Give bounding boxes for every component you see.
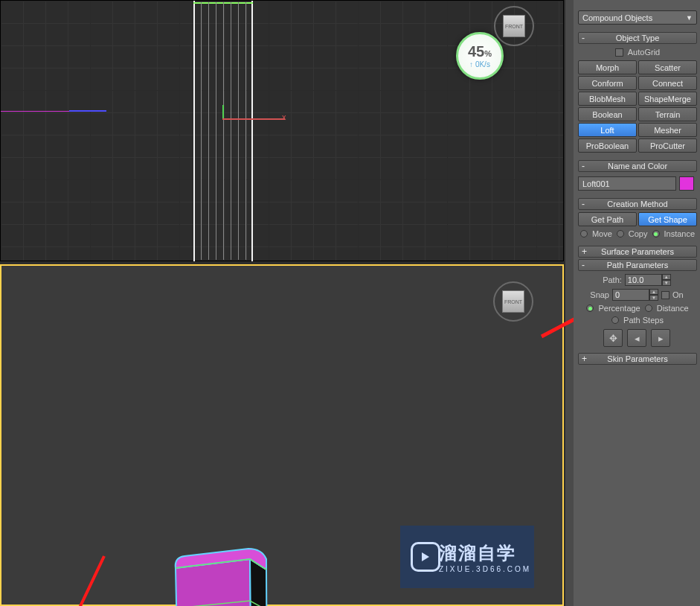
- annotation-arrow-1: [22, 549, 112, 606]
- terrain-button[interactable]: Terrain: [638, 107, 697, 121]
- percentage-label: Percentage: [598, 304, 640, 313]
- snap-value-input[interactable]: [612, 289, 649, 301]
- watermark: 溜溜自学 ZIXUE.3D66.COM: [400, 526, 534, 588]
- move-label: Move: [592, 229, 612, 238]
- rollout-object-type[interactable]: - Object Type: [578, 32, 697, 44]
- scatter-button[interactable]: Scatter: [638, 60, 697, 74]
- on-label: On: [672, 290, 684, 299]
- loft-button[interactable]: Loft: [578, 123, 637, 137]
- object-type-buttons: MorphScatterConformConnectBlobMeshShapeM…: [578, 60, 697, 153]
- collapse-icon: -: [582, 260, 585, 270]
- instance-radio[interactable]: [652, 230, 660, 237]
- path-spinner-arrows[interactable]: ▲▼: [662, 274, 671, 286]
- conform-button[interactable]: Conform: [578, 76, 637, 90]
- expand-icon: +: [582, 246, 587, 257]
- path-label: Path:: [603, 275, 622, 284]
- get-path-button[interactable]: Get Path: [578, 212, 637, 226]
- boolean-button[interactable]: Boolean: [578, 107, 637, 121]
- procutter-button[interactable]: ProCutter: [638, 138, 697, 153]
- rollout-path-params[interactable]: - Path Parameters: [578, 259, 697, 271]
- copy-label: Copy: [629, 229, 648, 238]
- dropdown-value: Compound Objects: [582, 13, 652, 22]
- rollout-title: Name and Color: [608, 162, 667, 170]
- snap-on-checkbox[interactable]: [661, 291, 670, 299]
- prev-shape-icon[interactable]: ◂: [627, 329, 646, 347]
- svg-line-7: [30, 556, 104, 606]
- path-steps-radio[interactable]: [611, 316, 619, 324]
- path-value-input[interactable]: [625, 274, 662, 286]
- loft-profile-top: [193, 1, 253, 261]
- viewcube-persp[interactable]: FRONT: [491, 279, 536, 324]
- autogrid-checkbox[interactable]: [615, 48, 623, 57]
- proboolean-button[interactable]: ProBoolean: [578, 138, 637, 153]
- object-name-input[interactable]: [578, 176, 676, 191]
- loft-object[interactable]: x z y: [170, 543, 269, 606]
- instance-label: Instance: [664, 229, 696, 238]
- rollout-creation-method[interactable]: - Creation Method: [578, 198, 697, 210]
- shapemerge-button[interactable]: ShapeMerge: [638, 92, 697, 106]
- speed-badge: 45% ↑ 0K/s: [456, 32, 504, 80]
- rollout-title: Surface Parameters: [601, 247, 674, 256]
- get-shape-button[interactable]: Get Shape: [638, 212, 697, 226]
- path-steps-label: Path Steps: [623, 316, 664, 325]
- next-shape-icon[interactable]: ▸: [651, 329, 670, 347]
- command-panel: Compound Objects ▼ - Object Type AutoGri…: [574, 0, 700, 606]
- play-icon: [411, 542, 440, 572]
- rollout-title: Creation Method: [607, 200, 667, 208]
- watermark-url: ZIXUE.3D66.COM: [439, 565, 531, 573]
- pick-shape-icon[interactable]: ✥: [603, 329, 623, 347]
- rollout-surface-params[interactable]: + Surface Parameters: [578, 246, 697, 258]
- snap-label: Snap: [590, 290, 609, 299]
- viewport-area: x FRONT 45% ↑ 0K/s: [0, 0, 565, 606]
- category-dropdown[interactable]: Compound Objects ▼: [578, 10, 697, 25]
- rollout-skin-params[interactable]: + Skin Parameters: [578, 353, 697, 365]
- chevron-down-icon: ▼: [686, 14, 693, 22]
- mesher-button[interactable]: Mesher: [638, 123, 697, 137]
- rollout-title: Path Parameters: [607, 261, 669, 269]
- rollout-name-color[interactable]: - Name and Color: [578, 160, 697, 172]
- collapse-icon: -: [582, 33, 585, 43]
- blobmesh-button[interactable]: BlobMesh: [578, 92, 637, 106]
- move-radio[interactable]: [580, 230, 588, 237]
- morph-button[interactable]: Morph: [578, 60, 637, 74]
- rollout-title: Skin Parameters: [607, 354, 667, 363]
- connect-button[interactable]: Connect: [638, 76, 697, 90]
- expand-icon: +: [582, 354, 587, 364]
- snap-spinner-arrows[interactable]: ▲▼: [649, 289, 658, 301]
- viewcube-label: FRONT: [504, 299, 522, 304]
- object-color-swatch[interactable]: [679, 176, 694, 191]
- copy-radio[interactable]: [617, 230, 624, 237]
- distance-radio[interactable]: [645, 304, 652, 312]
- collapse-icon: -: [582, 161, 585, 171]
- rollout-title: Object Type: [616, 34, 660, 42]
- autogrid-label: AutoGrid: [628, 48, 660, 57]
- viewport-front[interactable]: x FRONT 45% ↑ 0K/s: [0, 0, 564, 261]
- watermark-title: 溜溜自学: [439, 541, 531, 565]
- distance-label: Distance: [657, 304, 689, 313]
- viewcube-label: FRONT: [505, 24, 523, 29]
- percentage-radio[interactable]: [586, 304, 594, 312]
- collapse-icon: -: [582, 199, 585, 209]
- viewport-perspective[interactable]: x z y FRONT 溜溜自学 ZIXUE.3D66.COM: [0, 264, 564, 606]
